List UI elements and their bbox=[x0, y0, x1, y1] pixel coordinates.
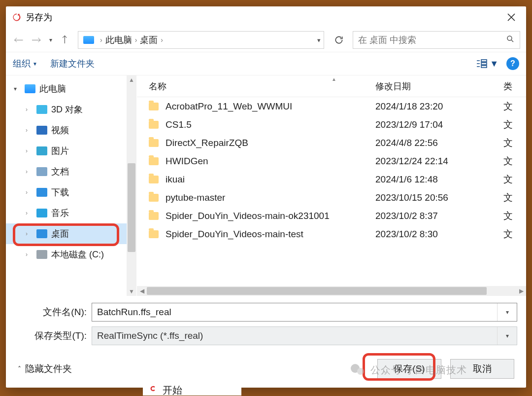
chevron-right-icon: › bbox=[132, 36, 140, 44]
view-options-button[interactable]: ▼ bbox=[476, 59, 499, 69]
file-type: 文 bbox=[503, 173, 526, 186]
file-type: 文 bbox=[503, 155, 526, 168]
scroll-down-icon[interactable]: ▼ bbox=[127, 288, 136, 295]
file-date: 2024/1/18 23:20 bbox=[375, 101, 503, 112]
filename-label: 文件名(N): bbox=[15, 306, 87, 319]
tree-item[interactable]: › 音乐 bbox=[6, 203, 136, 223]
folder-icon bbox=[149, 230, 159, 238]
search-box[interactable] bbox=[353, 31, 520, 49]
column-headers[interactable]: ▲ 名称 修改日期 类 bbox=[137, 75, 526, 97]
close-button[interactable] bbox=[500, 7, 522, 27]
command-bar: 组织 ▼ 新建文件夹 ▼ ? bbox=[6, 52, 526, 75]
refresh-button[interactable] bbox=[330, 31, 348, 49]
caret-right-icon[interactable]: › bbox=[26, 230, 33, 237]
caret-right-icon[interactable]: › bbox=[26, 168, 33, 175]
file-name: DirectX_RepairZQB bbox=[166, 138, 375, 148]
file-name: ikuai bbox=[166, 174, 375, 185]
tree-item[interactable]: › 文档 bbox=[6, 161, 136, 182]
organize-button[interactable]: 组织 ▼ bbox=[13, 58, 37, 70]
file-date: 2023/10/2 8:37 bbox=[375, 211, 503, 221]
address-dropdown-icon[interactable]: ▾ bbox=[317, 36, 321, 44]
app-icon bbox=[12, 12, 22, 22]
file-row[interactable]: CS1.5 2023/12/9 17:04 文 bbox=[137, 115, 526, 134]
breadcrumb-desktop[interactable]: 桌面 bbox=[140, 34, 158, 46]
scroll-thumb[interactable] bbox=[128, 163, 135, 252]
caret-right-icon[interactable]: › bbox=[26, 210, 33, 216]
tree-item-label: 桌面 bbox=[51, 228, 69, 240]
folder-icon bbox=[36, 167, 47, 176]
breadcrumb-thispc[interactable]: 此电脑 bbox=[105, 34, 132, 46]
chevron-down-icon[interactable]: ▾ bbox=[497, 327, 512, 345]
main-area: ▾ 此电脑 › 3D 对象› 视频› 图片› 文档› 下载› 音乐› 桌面› 本… bbox=[6, 75, 526, 296]
chevron-down-icon[interactable]: ▾ bbox=[497, 303, 512, 321]
file-list-view: ▲ 名称 修改日期 类 AcrobatPro_11_Web_WWMUI 2024… bbox=[137, 75, 526, 296]
folder-icon bbox=[149, 212, 159, 220]
new-folder-button[interactable]: 新建文件夹 bbox=[50, 58, 95, 70]
filetype-select[interactable]: RealTimeSync (*.ffs_real) ▾ bbox=[92, 326, 517, 345]
hide-folders-button[interactable]: ˄ 隐藏文件夹 bbox=[18, 362, 72, 375]
file-row[interactable]: Spider_DouYin_Videos-main-ok231001 2023/… bbox=[137, 207, 526, 225]
save-button[interactable]: 保存(S) bbox=[377, 359, 441, 379]
column-name[interactable]: 名称 bbox=[149, 80, 375, 92]
folder-icon bbox=[149, 139, 159, 147]
column-date[interactable]: 修改日期 bbox=[375, 80, 503, 92]
file-date: 2024/4/8 22:56 bbox=[375, 138, 503, 148]
caret-right-icon[interactable]: › bbox=[26, 147, 33, 154]
caret-right-icon[interactable]: › bbox=[26, 251, 33, 258]
filename-input[interactable]: BatchRun.ffs_real ▾ bbox=[92, 303, 517, 322]
search-input[interactable] bbox=[358, 35, 506, 45]
filetype-value: RealTimeSync (*.ffs_real) bbox=[97, 330, 203, 341]
tree-item-label: 本地磁盘 (C:) bbox=[51, 249, 104, 260]
tree-item-label: 3D 对象 bbox=[51, 104, 83, 115]
file-date: 2024/1/6 12:48 bbox=[375, 174, 503, 185]
address-bar[interactable]: › 此电脑 › 桌面 › ▾ bbox=[78, 31, 324, 49]
titlebar: 另存为 bbox=[6, 6, 526, 28]
tree-item[interactable]: › 图片 bbox=[6, 141, 136, 161]
tree-item[interactable]: › 本地磁盘 (C:) bbox=[6, 244, 136, 265]
folder-icon bbox=[36, 188, 47, 197]
file-date: 2023/10/15 20:56 bbox=[375, 192, 503, 203]
caret-right-icon[interactable]: › bbox=[26, 127, 33, 134]
up-button[interactable]: 🡑 bbox=[58, 33, 72, 48]
forward-button[interactable]: 🡒 bbox=[30, 33, 43, 48]
caret-down-icon[interactable]: ▾ bbox=[14, 85, 22, 92]
file-row[interactable]: Spider_DouYin_Videos-main-test 2023/10/2… bbox=[137, 225, 526, 243]
cancel-button[interactable]: 取消 bbox=[450, 359, 514, 379]
back-button[interactable]: 🡐 bbox=[12, 33, 26, 48]
search-icon[interactable] bbox=[506, 35, 515, 46]
file-row[interactable]: ikuai 2024/1/6 12:48 文 bbox=[137, 170, 526, 188]
svg-rect-3 bbox=[481, 66, 487, 68]
monitor-icon bbox=[25, 84, 35, 93]
folder-tree[interactable]: ▾ 此电脑 › 3D 对象› 视频› 图片› 文档› 下载› 音乐› 桌面› 本… bbox=[6, 75, 137, 296]
tree-item[interactable]: › 桌面 bbox=[6, 223, 136, 244]
tree-item-label: 图片 bbox=[51, 145, 69, 157]
file-row[interactable]: DirectX_RepairZQB 2024/4/8 22:56 文 bbox=[137, 134, 526, 152]
tree-item[interactable]: › 3D 对象 bbox=[6, 99, 136, 120]
file-row[interactable]: pytube-master 2023/10/15 20:56 文 bbox=[137, 188, 526, 207]
history-dropdown-icon[interactable]: ▾ bbox=[47, 35, 54, 45]
caret-right-icon[interactable]: › bbox=[26, 106, 33, 113]
caret-right-icon[interactable]: › bbox=[26, 189, 33, 196]
dialog-title: 另存为 bbox=[26, 11, 52, 23]
svg-point-0 bbox=[507, 36, 512, 40]
sort-indicator-icon: ▲ bbox=[332, 76, 336, 82]
horizontal-scrollbar[interactable]: ◀ ▶ bbox=[137, 286, 526, 296]
scroll-thumb[interactable] bbox=[147, 287, 487, 295]
file-type: 文 bbox=[503, 228, 526, 241]
file-date: 2023/10/2 8:30 bbox=[375, 229, 503, 240]
help-button[interactable]: ? bbox=[506, 57, 519, 70]
tree-item[interactable]: › 下载 bbox=[6, 182, 136, 203]
folder-icon bbox=[36, 146, 47, 155]
file-row[interactable]: AcrobatPro_11_Web_WWMUI 2024/1/18 23:20 … bbox=[137, 97, 526, 115]
column-type[interactable]: 类 bbox=[503, 80, 526, 92]
scroll-left-icon[interactable]: ◀ bbox=[137, 288, 147, 294]
file-row[interactable]: HWIDGen 2023/12/24 22:14 文 bbox=[137, 152, 526, 170]
tree-item-label: 音乐 bbox=[51, 207, 69, 219]
scroll-up-icon[interactable]: ▲ bbox=[127, 76, 136, 83]
tree-thispc[interactable]: ▾ 此电脑 bbox=[6, 78, 136, 99]
file-rows: AcrobatPro_11_Web_WWMUI 2024/1/18 23:20 … bbox=[137, 97, 526, 286]
folder-icon bbox=[36, 250, 47, 259]
tree-item[interactable]: › 视频 bbox=[6, 120, 136, 141]
tree-scrollbar[interactable]: ▲ ▼ bbox=[127, 75, 136, 296]
scroll-right-icon[interactable]: ▶ bbox=[516, 288, 526, 294]
